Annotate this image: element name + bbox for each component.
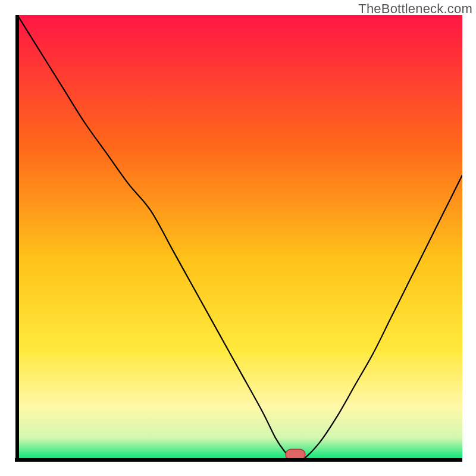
- plot-area: [15, 15, 462, 462]
- gradient-background: [17, 15, 462, 460]
- chart-container: TheBottleneck.com: [0, 0, 476, 476]
- plot-svg: [15, 15, 462, 462]
